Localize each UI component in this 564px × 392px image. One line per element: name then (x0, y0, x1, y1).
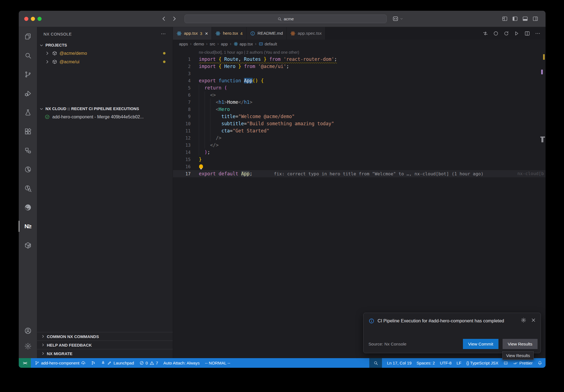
project-item[interactable]: @acme/demo (37, 49, 173, 58)
warning-squiggle: import { Route, Routes } from 'react-rou… (199, 56, 337, 62)
code-line-9[interactable]: 9 title="Welcome @acme/demo" (173, 113, 546, 120)
activity-item-settings[interactable] (19, 339, 37, 353)
statusbar-notifications[interactable] (538, 361, 542, 365)
code-token: ( (253, 78, 255, 83)
code-line-1[interactable]: 1import { Route, Routes } from 'react-ro… (173, 56, 546, 63)
statusbar-vim-mode[interactable]: -- NORMAL -- (205, 361, 230, 365)
activity-item-account[interactable] (19, 324, 37, 337)
statusbar-language[interactable]: {} TypeScript JSX (466, 361, 498, 365)
code-line-2[interactable]: 2import { Hero } from '@acme/ui'; (173, 63, 546, 70)
activity-item-references[interactable] (19, 144, 37, 157)
code-line-6[interactable]: 6 <> (173, 91, 546, 99)
breadcrumb-item-apps[interactable]: apps (179, 42, 188, 46)
projects-section-header[interactable]: PROJECTS (37, 41, 173, 49)
lightbulb-icon[interactable] (199, 164, 203, 168)
activity-item-search[interactable] (19, 49, 37, 62)
maximize-window-button[interactable] (37, 17, 42, 21)
section-common-nx-commands[interactable]: COMMON NX COMMANDS (37, 332, 173, 341)
code-line-14[interactable]: 14 ); (173, 149, 546, 156)
activity-item-explorer[interactable] (19, 30, 37, 43)
customize-layout-icon[interactable] (502, 16, 508, 22)
more-icon[interactable] (535, 31, 541, 36)
code-line-7[interactable]: 7 <h1>Home</h1> (173, 99, 546, 106)
toggle-sidebar-icon[interactable] (512, 16, 518, 22)
code-editor[interactable]: nx-cloud[bot], 1 hour ago | 2 authors (Y… (173, 48, 546, 358)
code-token (199, 135, 216, 141)
statusbar-copilot[interactable] (503, 361, 508, 365)
close-window-button[interactable] (24, 17, 28, 21)
search-icon (24, 52, 32, 59)
tab-app.tsx[interactable]: app.tsx3× (173, 27, 212, 40)
code-line-17[interactable]: 17export default App;fix: correct typo i… (173, 170, 546, 177)
code-line-8[interactable]: 8 <Hero (173, 106, 546, 113)
code-line-10[interactable]: 10 subtitle="Build something amazing tod… (173, 120, 546, 127)
copilot-menu[interactable] (392, 11, 403, 27)
back-icon[interactable] (161, 16, 167, 22)
circle-outline-icon[interactable] (493, 31, 499, 36)
statusbar-launchpad[interactable]: Launchpad (101, 361, 134, 365)
section-nx-migrate[interactable]: NX MIGRATE (37, 349, 173, 358)
close-icon[interactable] (531, 317, 536, 323)
nx-cloud-section-header[interactable]: NX CLOUD :: RECENT CI PIPELINE EXECUTION… (37, 105, 173, 113)
statusbar-screencast-search[interactable] (369, 358, 382, 368)
code-line-13[interactable]: 13 </> (173, 141, 546, 149)
statusbar-cursor-position[interactable]: Ln 17, Col 19 (387, 361, 411, 365)
code-line-15[interactable]: 15} (173, 156, 546, 163)
statusbar-commit-graph[interactable] (91, 361, 96, 365)
tab-hero.tsx[interactable]: hero.tsx4 (212, 27, 246, 40)
sync-icon[interactable] (503, 31, 509, 36)
activity-item-gitlens[interactable] (19, 163, 37, 176)
activity-item-testing[interactable] (19, 106, 37, 119)
statusbar-encoding[interactable]: UTF-8 (440, 361, 452, 365)
breadcrumb-item-app.tsx[interactable]: app.tsx (234, 42, 253, 46)
explorer-icon (24, 33, 32, 40)
tab-README.md[interactable]: README.md (246, 27, 287, 40)
indent-guide (210, 113, 210, 120)
minimize-window-button[interactable] (31, 17, 35, 21)
statusbar-indentation[interactable]: Spaces: 2 (416, 361, 435, 365)
breadcrumb-item-app[interactable]: app (221, 42, 228, 46)
activity-item-extensions[interactable] (19, 125, 37, 138)
code-line-4[interactable]: 4export function App() { (173, 77, 546, 84)
code-line-5[interactable]: 5 return ( (173, 84, 546, 91)
view-commit-button[interactable]: View Commit (463, 339, 498, 349)
statusbar-eol[interactable]: LF (457, 361, 462, 365)
run-all-icon[interactable] (514, 31, 520, 36)
breadcrumb-label: default (265, 42, 277, 46)
forward-icon[interactable] (171, 16, 177, 22)
more-actions-icon[interactable] (161, 31, 166, 37)
section-help-and-feedback[interactable]: HELP AND FEEDBACK (37, 341, 173, 349)
close-tab-icon[interactable]: × (205, 31, 208, 36)
tab-app.spec.tsx[interactable]: app.spec.tsx (287, 27, 326, 40)
split-editor-icon[interactable] (524, 31, 530, 36)
breadcrumb-item-demo[interactable]: demo (194, 42, 204, 46)
command-center-search[interactable]: acme (185, 15, 387, 23)
package-icon (52, 51, 57, 56)
breadcrumb-item-src[interactable]: src (210, 42, 215, 46)
remote-indicator[interactable]: >< (19, 358, 31, 368)
toggle-secondary-sidebar-icon[interactable] (532, 16, 538, 22)
activity-item-edge-browser[interactable] (19, 201, 37, 214)
activity-item-source-control[interactable] (19, 68, 37, 81)
statusbar-problems[interactable]: 07 (139, 361, 158, 365)
statusbar-formatter[interactable]: Prettier (513, 361, 533, 365)
activity-item-run-debug[interactable] (19, 87, 37, 100)
toggle-panel-icon[interactable] (522, 16, 528, 22)
notification-settings-icon[interactable] (521, 317, 526, 323)
code-token: < (216, 107, 218, 112)
view-results-button[interactable]: View Results (503, 339, 538, 349)
activity-item-containers[interactable] (19, 239, 37, 252)
open-changes-icon[interactable] (482, 31, 488, 36)
pipeline-execution-item[interactable]: add-hero-component - Merge 409b44e5cb02.… (37, 113, 173, 121)
activity-item-gitlens-inspect[interactable] (19, 182, 37, 195)
code-line-16[interactable]: 16 (173, 163, 546, 170)
statusbar-branch[interactable]: add-hero-component (35, 361, 86, 365)
statusbar-auto-attach[interactable]: Auto Attach: Always (163, 361, 200, 365)
code-line-3[interactable]: 3 (173, 70, 546, 77)
code-token (238, 171, 241, 176)
breadcrumb-item-default[interactable]: default (259, 42, 277, 46)
code-line-12[interactable]: 12 /> (173, 134, 546, 141)
project-item[interactable]: @acme/ui (37, 58, 173, 66)
activity-item-nx-console[interactable]: N≥ (19, 220, 37, 233)
code-line-11[interactable]: 11 cta="Get Started" (173, 127, 546, 134)
